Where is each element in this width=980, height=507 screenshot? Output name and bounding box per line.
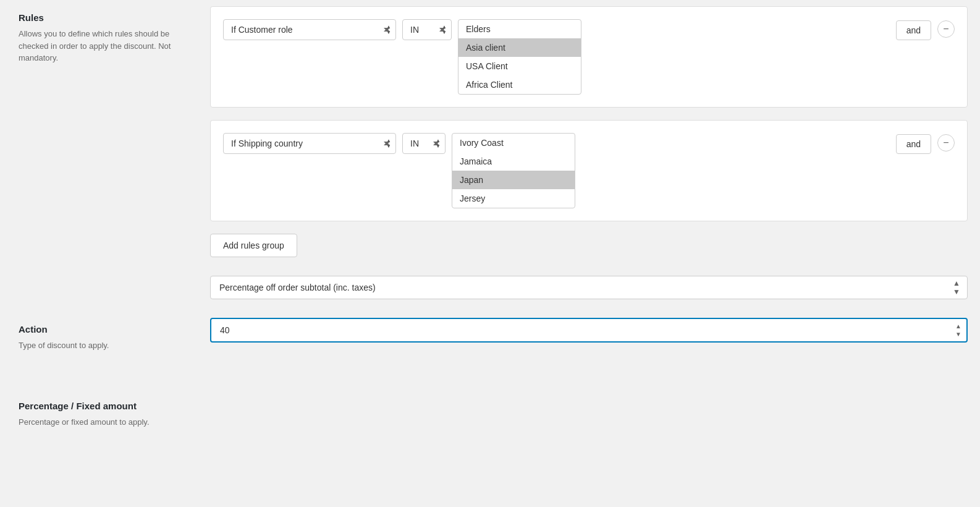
- list-item[interactable]: Elders: [458, 20, 581, 38]
- condition-select-2-wrapper: If Customer role If Shipping country If …: [223, 133, 396, 154]
- percentage-section: Percentage / Fixed amount Percentage or …: [19, 401, 179, 428]
- operator-select-2[interactable]: IN NOT IN: [402, 133, 446, 154]
- percentage-input[interactable]: [210, 318, 968, 343]
- condition-select-1-wrapper: If Customer role If Shipping country If …: [223, 19, 396, 40]
- and-button-1[interactable]: and: [896, 20, 931, 40]
- operator-select-1[interactable]: IN NOT IN: [402, 19, 452, 40]
- action-section: Action Type of discount to apply.: [19, 324, 179, 352]
- list-item[interactable]: Jamaica: [452, 152, 575, 171]
- list-item[interactable]: Ivory Coast: [452, 134, 575, 152]
- customer-role-listbox[interactable]: Elders Asia client USA Client Africa Cli…: [458, 20, 581, 94]
- list-item[interactable]: Africa Client: [458, 75, 581, 94]
- rule-group-1: If Customer role If Shipping country If …: [210, 6, 968, 108]
- percentage-description: Percentage or fixed amount to apply.: [19, 416, 179, 428]
- and-button-2[interactable]: and: [896, 134, 931, 154]
- remove-rule-2-button[interactable]: −: [937, 134, 955, 151]
- operator-select-1-wrapper: IN NOT IN ▲ ▼: [402, 19, 452, 40]
- action-select-wrapper: Percentage off order subtotal (inc. taxe…: [210, 276, 968, 299]
- rules-section: Rules Allows you to define which rules s…: [19, 12, 179, 64]
- condition-select-1[interactable]: If Customer role If Shipping country If …: [223, 19, 396, 40]
- add-rules-group-button[interactable]: Add rules group: [210, 234, 297, 257]
- list-item[interactable]: Jersey: [452, 189, 575, 208]
- list-item[interactable]: Japan: [452, 171, 575, 189]
- rules-description: Allows you to define which rules should …: [19, 28, 179, 64]
- shipping-country-listbox-container: Ivory Coast Jamaica Japan Jersey: [452, 133, 575, 208]
- shipping-country-listbox[interactable]: Ivory Coast Jamaica Japan Jersey: [452, 134, 575, 208]
- action-description: Type of discount to apply.: [19, 339, 179, 352]
- operator-select-2-wrapper: IN NOT IN ▲ ▼: [402, 133, 446, 154]
- customer-role-listbox-container: Elders Asia client USA Client Africa Cli…: [458, 19, 581, 95]
- percentage-input-wrapper: ▲ ▼: [210, 318, 968, 343]
- action-title: Action: [19, 324, 179, 334]
- percentage-title: Percentage / Fixed amount: [19, 401, 179, 411]
- condition-select-2[interactable]: If Customer role If Shipping country If …: [223, 133, 396, 154]
- remove-rule-1-button[interactable]: −: [937, 20, 955, 38]
- list-item[interactable]: Asia client: [458, 38, 581, 57]
- rule-group-2: If Customer role If Shipping country If …: [210, 120, 968, 221]
- rules-title: Rules: [19, 12, 179, 23]
- action-select[interactable]: Percentage off order subtotal (inc. taxe…: [210, 276, 968, 299]
- list-item[interactable]: USA Client: [458, 57, 581, 75]
